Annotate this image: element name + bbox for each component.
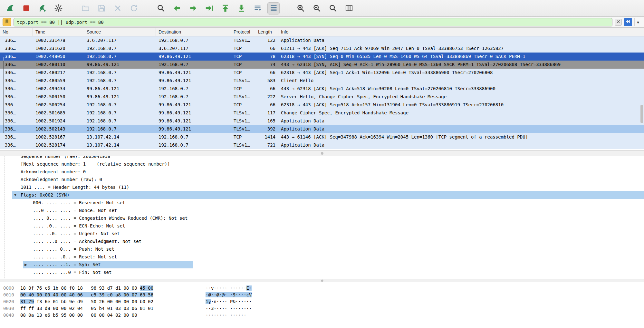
hex-row[interactable]: 001000 40 00 00 40 00 40 06 e5 39 c0 a8 … [0, 292, 644, 298]
cell-no: 336… [0, 109, 33, 117]
cell-time: 1002.499434 [33, 85, 84, 93]
detail-text: Acknowledgment number (raw): 0 [21, 176, 102, 183]
apply-arrow-icon [625, 19, 631, 25]
cell-no: 336… [0, 133, 33, 141]
cell-time: 1002.500150 [33, 93, 84, 101]
detail-line[interactable]: Sequence number (raw): 2665041958 [0, 156, 644, 160]
resize-columns-icon [345, 4, 353, 13]
cell-protocol: TCP [231, 85, 258, 93]
detail-line[interactable]: ▼Flags: 0x002 (SYN) [0, 191, 644, 199]
stop-capture-button[interactable] [20, 2, 32, 14]
go-back-button[interactable] [171, 2, 183, 14]
filter-bookmark-button[interactable] [3, 18, 11, 26]
zoom-in-button[interactable] [294, 2, 307, 14]
cell-destination: 99.86.49.121 [156, 117, 231, 125]
column-header-time[interactable]: Time [33, 28, 84, 36]
zoom-out-button[interactable] [311, 2, 323, 14]
cell-source: 192.168.0.7 [84, 101, 156, 109]
column-header-source[interactable]: Source [84, 28, 156, 36]
packet-row[interactable]: 336…1002.52817413.107.42.14192.168.0.7TL… [0, 141, 644, 149]
packet-row[interactable]: 336…1002.331620192.168.0.73.6.207.117TCP… [0, 44, 644, 53]
packet-row[interactable]: 336…1002.50015099.86.49.121192.168.0.7TL… [0, 93, 644, 101]
packet-row[interactable]: 336…1002.48011099.86.49.121192.168.0.7TC… [0, 61, 644, 69]
pane-splitter-top[interactable] [0, 150, 644, 156]
filter-dropdown-button[interactable]: ▾ [634, 18, 641, 26]
start-capture-button[interactable] [4, 2, 16, 14]
hex-bytes: 18 0f 76 c6 1b 80 f0 18 98 93 d7 d1 08 0… [20, 285, 206, 292]
find-packet-button[interactable] [155, 2, 167, 14]
hex-row[interactable]: 002031 79 f3 6e 01 bb 9e d9 50 26 00 00 … [0, 298, 644, 305]
detail-line[interactable]: .... .... 0... = Push: Not set [0, 245, 644, 253]
column-header-length[interactable]: Length [258, 28, 278, 36]
column-header-destination[interactable]: Destination [156, 28, 231, 36]
cell-length: 66 [258, 85, 278, 93]
cell-destination: 192.168.0.7 [156, 61, 231, 69]
hex-row[interactable]: 0030ff ff 33 d8 00 00 02 04 05 b4 01 03 … [0, 305, 644, 312]
packet-details-pane: Sequence number (raw): 2665041958[Next s… [0, 156, 644, 279]
packet-row[interactable]: 336…1002.480217192.168.0.799.86.49.121TC… [0, 69, 644, 77]
capture-options-button[interactable] [52, 2, 64, 14]
resize-columns-button[interactable] [343, 2, 355, 14]
detail-line[interactable]: .... .... ...0 = Fin: Not set [0, 268, 644, 276]
filter-apply-button[interactable] [624, 18, 632, 26]
triangle-right-icon[interactable]: ▶ [24, 261, 27, 268]
detail-line[interactable]: .... ...0 .... = Acknowledgment: Not set [0, 237, 644, 245]
detail-line[interactable]: ...0 .... .... = Nonce: Not set [0, 207, 644, 214]
detail-line[interactable]: .... .0.. .... = ECN-Echo: Not set [0, 222, 644, 230]
detail-line[interactable]: .... 0... .... = Congestion Window Reduc… [0, 214, 644, 222]
packet-row[interactable]: 336…1002.502143192.168.0.799.86.49.121TL… [0, 125, 644, 133]
detail-line[interactable]: 1011 .... = Header Length: 44 bytes (11) [0, 183, 644, 191]
cell-protocol: TLSv1… [231, 77, 258, 85]
cell-info: 62318 → 443 [ACK] Seq=1 Ack=1 Win=132096… [278, 69, 644, 77]
hex-bytes: ff ff 33 d8 00 00 02 04 05 b4 01 03 03 0… [20, 305, 206, 312]
packet-row[interactable]: 336…1002.480559192.168.0.799.86.49.121TL… [0, 77, 644, 85]
pane-splitter-bottom[interactable] [0, 279, 644, 282]
display-filter-input[interactable] [14, 18, 612, 26]
detail-text: Flags: 0x002 (SYN) [21, 191, 70, 199]
detail-text: .... .0.. .... = ECN-Echo: Not set [33, 222, 125, 230]
go-to-bottom-button[interactable] [235, 2, 247, 14]
vertical-scrollbar-thumb[interactable] [640, 105, 643, 123]
filter-clear-button[interactable] [615, 19, 622, 26]
hex-offset: 0000 [0, 285, 20, 292]
cell-source: 3.6.207.117 [84, 36, 156, 44]
column-header-no[interactable]: No. [0, 28, 33, 36]
zoom-reset-button[interactable] [327, 2, 339, 14]
auto-scroll-button[interactable] [251, 2, 264, 14]
packet-row[interactable]: 336…1002.448050192.168.0.799.86.49.121TC… [0, 53, 644, 61]
detail-line[interactable]: Acknowledgment number: 0 [0, 168, 644, 176]
stop-capture-icon [22, 4, 31, 13]
detail-line[interactable]: .... .... .0.. = Reset: Not set [0, 253, 644, 261]
restart-capture-button[interactable] [36, 2, 48, 14]
go-to-top-button[interactable] [219, 2, 231, 14]
hex-row[interactable]: 000018 0f 76 c6 1b 80 f0 18 98 93 d7 d1 … [0, 285, 644, 292]
hex-offset: 0020 [0, 298, 20, 305]
detail-line[interactable]: [Next sequence number: 1 (relative seque… [0, 160, 644, 168]
go-forward-button[interactable] [187, 2, 199, 14]
wireshark-window: ▾ No.TimeSourceDestinationProtocolLength… [0, 0, 644, 328]
packet-row[interactable]: 336…1002.501924192.168.0.799.86.49.121TL… [0, 117, 644, 125]
packet-row[interactable]: 336…1002.501685192.168.0.799.86.49.121TL… [0, 109, 644, 117]
detail-text: 000. .... .... = Reserved: Not set [33, 199, 125, 207]
related-packet-marker [4, 117, 4, 125]
cell-time: 1002.331620 [33, 44, 84, 53]
column-header-protocol[interactable]: Protocol [231, 28, 258, 36]
splitter-handle-icon [321, 280, 323, 282]
triangle-down-icon[interactable]: ▼ [14, 191, 17, 199]
cell-time: 1002.480217 [33, 69, 84, 77]
go-to-packet-button[interactable] [203, 2, 215, 14]
packet-row[interactable]: 336…1002.52816713.107.42.14192.168.0.7TC… [0, 133, 644, 141]
detail-line[interactable]: ▶.... .... ..1. = Syn: Set [0, 261, 644, 268]
related-packet-marker [4, 93, 4, 101]
detail-line[interactable]: 000. .... .... = Reserved: Not set [0, 199, 644, 207]
go-back-icon [173, 4, 181, 13]
packet-row[interactable]: 336…1002.49943499.86.49.121192.168.0.7TC… [0, 85, 644, 93]
go-to-bottom-icon [237, 4, 246, 13]
hex-row[interactable]: 004008 0a 13 e6 b5 95 00 00 00 00 04 02 … [0, 312, 644, 319]
detail-line[interactable]: Acknowledgment number (raw): 0 [0, 176, 644, 183]
detail-line[interactable]: .... ..0. .... = Urgent: Not set [0, 230, 644, 237]
packet-row[interactable]: 336…1002.3314783.6.207.117192.168.0.7TLS… [0, 36, 644, 44]
colorize-button[interactable] [267, 2, 280, 14]
column-header-info[interactable]: Info [278, 28, 644, 36]
packet-row[interactable]: 336…1002.500254192.168.0.799.86.49.121TC… [0, 101, 644, 109]
